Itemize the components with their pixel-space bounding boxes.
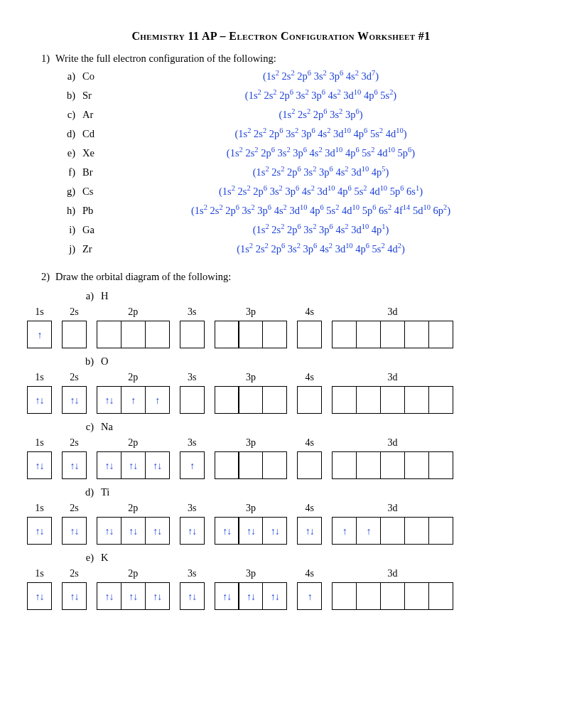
orbital-group: 3d↑↑ [332, 503, 453, 545]
orbital-boxes: ↑↓ [62, 386, 87, 414]
orbital-label: 4s [306, 306, 314, 318]
orbital-box [356, 386, 381, 414]
electron-spin: ↑ [342, 525, 347, 537]
electron-config-answer: (1s2 2s2 2p6 3s2 3p6 4s2 3d10 4p6 5s2 4d… [111, 127, 531, 140]
orbital-box: ↑ [332, 517, 357, 545]
orbital-label: 4s [306, 503, 314, 514]
electron-config-answer: (1s2 2s2 2p6 3s2 3p6 4s2 3d10 4p6 5s2 4d… [111, 146, 531, 159]
orbital-boxes: ↑↓ [297, 517, 322, 545]
electron-spin: ↑↓ [105, 460, 114, 471]
item-letter: g) [58, 186, 80, 198]
orbital-boxes: ↑↓↑↓↑↓ [97, 451, 170, 479]
orbital-box: ↑↓ [27, 582, 52, 610]
orbital-box [297, 386, 322, 414]
orbital-boxes: ↑↓ [62, 451, 87, 479]
item-letter: a) [58, 70, 80, 82]
orbital-boxes [332, 321, 453, 348]
orbital-group: 4s [297, 372, 322, 414]
element-symbol: Xe [80, 147, 111, 159]
element-symbol: Br [80, 166, 111, 178]
orbital-box: ↑↓ [97, 451, 121, 479]
orbital-diagram: 1s↑2s2p3s3p4s3d [31, 306, 531, 348]
orbital-label: 2p [128, 503, 138, 514]
q1-item: a)Co(1s2 2s2 2p6 3s2 3p6 4s2 3d7) [58, 69, 531, 88]
orbital-box: ↑↓ [145, 451, 170, 479]
electron-spin: ↑↓ [153, 591, 161, 602]
electron-spin: ↑↓ [129, 525, 137, 537]
electron-spin: ↑ [38, 329, 42, 341]
orbital-label: 3p [246, 372, 256, 383]
electron-config-answer: (1s2 2s2 2p6 3s2 3p6 4s2 3d10 4p5) [111, 165, 531, 178]
orbital-boxes: ↑↓ [180, 517, 205, 545]
orbital-boxes [62, 321, 87, 348]
orbital-label: 2s [70, 568, 78, 579]
orbital-group: 3s [180, 372, 205, 414]
orbital-box: ↑↓ [62, 386, 87, 414]
worksheet-title: Chemistry 11 AP – Electron Configuration… [31, 30, 531, 43]
orbital-label: 3d [387, 568, 397, 579]
electron-spin: ↑↓ [271, 525, 279, 537]
q1-item: e)Xe(1s2 2s2 2p6 3s2 3p6 4s2 3d10 4p6 5s… [58, 146, 531, 165]
orbital-box [332, 451, 357, 479]
q2-item-header: c)Na [77, 421, 531, 433]
orbital-label: 2p [128, 306, 138, 318]
electron-spin: ↑↓ [36, 591, 44, 602]
orbital-group: 3p↑↓↑↓↑↓ [215, 503, 288, 545]
electron-spin: ↑↓ [129, 591, 137, 602]
orbital-box [297, 451, 322, 479]
orbital-box [404, 517, 429, 545]
orbital-box: ↑↓ [215, 517, 239, 545]
item-letter: i) [58, 224, 80, 236]
electron-config-answer: (1s2 2s2 2p6 3s2 3p6 4s2 3d10 4p6 5s2 4d… [111, 203, 531, 217]
orbital-box [380, 451, 405, 479]
orbital-box [380, 386, 405, 414]
electron-spin: ↑↓ [105, 395, 114, 406]
electron-spin: ↑↓ [188, 591, 196, 602]
orbital-box: ↑↓ [97, 582, 121, 610]
orbital-box [332, 386, 357, 414]
q1-item: j)Zr(1s2 2s2 2p6 3s2 3p6 4s2 3d10 4p6 5s… [58, 242, 531, 261]
orbital-box [380, 582, 405, 610]
orbital-label: 2p [128, 372, 138, 383]
element-symbol: Ti [98, 486, 129, 498]
electron-spin: ↑↓ [153, 525, 161, 537]
orbital-box [428, 451, 453, 479]
orbital-group: 2p↑↓↑↓↑↓ [97, 503, 170, 545]
orbital-boxes [297, 386, 322, 414]
orbital-box [380, 321, 405, 348]
electron-config-answer: (1s2 2s2 2p6 3s2 3p6 4s2 3d7) [111, 69, 531, 82]
orbital-box: ↑↓ [297, 517, 322, 545]
orbital-boxes [180, 386, 205, 414]
element-symbol: Ar [80, 109, 111, 121]
orbital-boxes: ↑ [180, 451, 205, 479]
orbital-group: 2p↑↓↑↓↑↓ [97, 568, 170, 610]
orbital-box [238, 451, 263, 479]
orbital-group: 3p [215, 306, 288, 348]
electron-config-answer: (1s2 2s2 2p6 3s2 3p6 4s2 3d10 4p6 5s2) [111, 88, 531, 102]
q1-item: i)Ga(1s2 2s2 2p6 3s2 3p6 4s2 3d10 4p1) [58, 223, 531, 242]
orbital-group: 2s↑↓ [62, 503, 87, 545]
orbital-label: 4s [306, 372, 314, 383]
orbital-label: 2s [70, 372, 78, 383]
orbital-box [356, 451, 381, 479]
orbital-box: ↑↓ [62, 582, 87, 610]
orbital-box: ↑↓ [62, 451, 87, 479]
orbital-boxes [97, 321, 170, 348]
orbital-label: 3d [387, 503, 397, 514]
item-letter: d) [77, 486, 98, 498]
orbital-boxes [215, 451, 288, 479]
orbital-box [404, 451, 429, 479]
orbital-group: 3s↑↓ [180, 503, 205, 545]
orbital-diagram: 1s↑↓2s↑↓2p↑↓↑↓↑↓3s↑↓3p↑↓↑↓↑↓4s↑3d [31, 568, 531, 610]
item-letter: b) [77, 355, 98, 368]
orbital-label: 3p [246, 437, 256, 449]
electron-spin: ↑ [155, 395, 159, 406]
orbital-label: 2p [128, 568, 138, 579]
orbital-box [356, 321, 381, 348]
orbital-group: 2s↑↓ [62, 372, 87, 414]
orbital-box [332, 321, 357, 348]
q2-number: 2) [31, 271, 55, 283]
orbital-row: 1s↑↓2s↑↓2p↑↓↑↑3s3p4s3d [27, 372, 531, 414]
orbital-box: ↑↓ [180, 582, 205, 610]
orbital-box: ↑ [180, 451, 205, 479]
